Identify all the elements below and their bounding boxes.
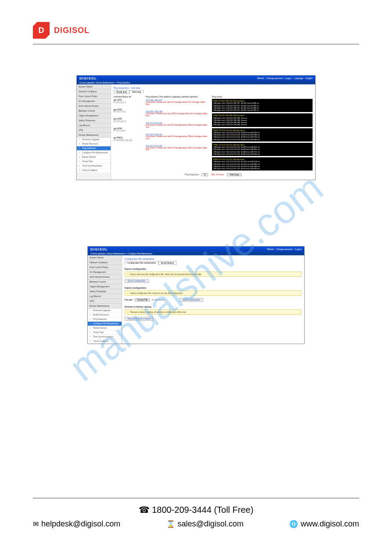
page-title: Ping Inspection - multi ping (114, 87, 313, 89)
sidebar-category[interactable]: Behavior Control (88, 279, 122, 284)
top-links: Refresh| Change password| Logout (267, 248, 302, 250)
top-link[interactable]: | Change password (276, 248, 293, 250)
ping-result-terminal: PING 123.252.136.138 100 data bytes100 b… (212, 113, 313, 127)
sidebar-category[interactable]: Log Record (77, 123, 111, 128)
sidebar-category[interactable]: VPN (77, 128, 111, 133)
top-link[interactable]: Refresh (267, 248, 274, 250)
sidebar-subitem[interactable]: Restart Device (88, 326, 122, 330)
import-configuration-button[interactable]: Import configuration (180, 298, 204, 302)
top-link[interactable]: | English (305, 77, 313, 80)
top-link[interactable]: | Logout (295, 248, 302, 250)
export-section-title: Export configuration (125, 268, 302, 270)
sidebar-subitem[interactable]: Modify Password (88, 313, 122, 317)
sidebar-subitem[interactable]: Firmware Upgrade (88, 308, 122, 313)
sales-email: ⌛sales@digisol.com (166, 519, 244, 529)
sidebar-subitem[interactable]: Configure File Maintenance (77, 151, 111, 155)
screenshot-ping-detection: DIGISOL Refresh| Change password| Logout… (76, 75, 316, 180)
sidebar-category[interactable]: Network Configure (88, 260, 122, 265)
tab-single-ping[interactable]: Single ping (114, 90, 129, 94)
export-configuration-button[interactable]: Export configuration (125, 279, 149, 283)
sidebar-subitem[interactable]: Cloud Configure (77, 168, 111, 173)
top-link[interactable]: | Logout (284, 77, 291, 80)
sidebar-category[interactable]: AC Management (88, 270, 122, 275)
ping-frequency-max: Max 10 times (211, 174, 224, 176)
sidebar-category[interactable]: Flow Control Policy (88, 265, 122, 270)
ping-frequency-input[interactable]: 10 (201, 173, 208, 176)
sidebar-category[interactable]: Behavior Control (77, 109, 111, 113)
mail-icon: ✉ (33, 520, 39, 528)
interface-row: ge LAN1IP:172.16.0.1 (114, 99, 142, 104)
sidebar-category[interactable]: Safety Protection (88, 289, 122, 294)
sidebar-subitem[interactable]: Configure File Maintenance (88, 322, 122, 326)
sidebar-category[interactable]: Log Record (88, 294, 122, 299)
page-title: Configuration file maintenance (125, 258, 302, 260)
sidebar-category[interactable]: System Status (77, 84, 111, 89)
logo-text: DIGISOL (54, 26, 90, 35)
start-ping-button[interactable]: Start ping (227, 173, 241, 176)
sidebar: System StatusNetwork ConfigureFlow Contr… (77, 84, 111, 180)
col-pingaddr-header: Ping address (The default is gateway int… (146, 96, 209, 98)
ping-result-terminal: PING 114.114.114.114 100 data bytes100 b… (212, 157, 313, 170)
app-topbar: DIGISOL Refresh| Change password| Logout… (77, 76, 315, 81)
choose-file-button[interactable]: Choose File (135, 298, 150, 301)
ping-address-row: 123.252.136.138Conclusion: Packet loss r… (146, 110, 209, 117)
sidebar-category[interactable]: Auth Internet Access (77, 104, 111, 109)
screenshot-config-maintenance: DIGISOL Refresh| Change password| Logout… (87, 246, 305, 344)
tab-email-backup[interactable]: Email backup (158, 261, 176, 265)
ping-result-terminal: PING 123.252.136.137 100 data bytes100 b… (212, 99, 313, 112)
sidebar-category[interactable]: VPN (88, 299, 122, 304)
file-path-label: File path: (125, 299, 133, 301)
sidebar-subitem[interactable]: Modify Password (77, 142, 111, 146)
import-info: Select configuration file, import to rec… (125, 290, 302, 296)
restore-info: Restore to factory setting, all previous… (125, 309, 302, 315)
app-topbar: DIGISOL Refresh| Change password| Logout (88, 247, 304, 252)
globe-icon: 🌐 (289, 520, 298, 528)
top-link[interactable]: | Change password (266, 77, 283, 80)
col-pingresult-header: Ping result (212, 96, 313, 98)
sidebar-category[interactable]: Network Configure (77, 89, 111, 94)
sidebar-category[interactable]: System Status (88, 255, 122, 260)
sidebar-category[interactable]: Object Management (88, 284, 122, 289)
sidebar-category[interactable]: Object Management (77, 113, 111, 118)
sidebar-category[interactable]: Safety Protection (77, 118, 111, 123)
sidebar-subitem[interactable]: Time Synchronization (88, 335, 122, 339)
col-interface-header: Interface/Select all (114, 96, 142, 98)
sidebar: System StatusNetwork ConfigureFlow Contr… (88, 255, 122, 344)
sidebar-subitem[interactable]: Ping Detection (77, 146, 111, 151)
app-brand: DIGISOL (79, 76, 97, 80)
top-link[interactable]: Refresh (257, 77, 264, 80)
ping-result-terminal: PING 114.114.114.114 100 data bytes100 b… (212, 143, 313, 156)
hourglass-icon: ⌛ (166, 520, 175, 528)
sidebar-subitem[interactable]: Restart Device (77, 155, 111, 160)
ping-result-terminal: PING 114.114.114.114 100 data bytes100 b… (212, 128, 313, 141)
tabs: Single ping Multi ping (114, 90, 313, 94)
breadcrumb: Current operation: Device Maintenance >>… (77, 81, 315, 84)
header-divider (33, 44, 359, 44)
interface-row: ge LAN4IP:172.19.0.1 (114, 127, 142, 133)
restore-factory-button[interactable]: Restore to factory setting (125, 317, 153, 321)
sidebar-subitem[interactable]: Time Synchronization (77, 164, 111, 168)
page-footer: ☎ 1800-209-3444 (Toll Free) ✉helpdesk@di… (33, 498, 359, 529)
interface-row: ge LAN3IP:172.18.0.1 (114, 118, 142, 123)
sidebar-subitem[interactable]: Firmware Upgrade (77, 138, 111, 142)
sidebar-category[interactable]: Device Maintenance (88, 304, 122, 308)
interface-row: ge LAN2IP:172.17.0.1 (114, 109, 142, 114)
sidebar-subitem[interactable]: Timed Task (77, 160, 111, 164)
website: 🌐www.digisol.com (289, 519, 359, 529)
top-link[interactable]: | Language (293, 77, 303, 80)
sidebar-category[interactable]: Flow Control Policy (77, 94, 111, 99)
sidebar-subitem[interactable]: Timed Task (88, 330, 122, 335)
logo-icon: D (33, 22, 50, 39)
app-brand: DIGISOL (90, 247, 108, 251)
sidebar-category[interactable]: Auth Internet Access (88, 275, 122, 279)
ping-frequency-label: Ping frequency: (185, 174, 199, 176)
tab-config-file[interactable]: Configuration file maintenance (125, 261, 158, 265)
tab-multi-ping[interactable]: Multi ping (129, 90, 144, 94)
ping-frequency-bar: Ping frequency: 10 Max 10 times Start pi… (114, 172, 313, 178)
sidebar-subitem[interactable]: Ping Detection (88, 317, 122, 322)
sidebar-category[interactable]: AC Management (77, 99, 111, 104)
sidebar-category[interactable]: Device Maintenance (77, 133, 111, 138)
interface-row: ge WAN1IP:123.252.136.139 (114, 137, 142, 142)
export-info: Export and save the configuration file, … (125, 272, 302, 277)
sidebar-subitem[interactable]: Cloud Configure (88, 339, 122, 344)
